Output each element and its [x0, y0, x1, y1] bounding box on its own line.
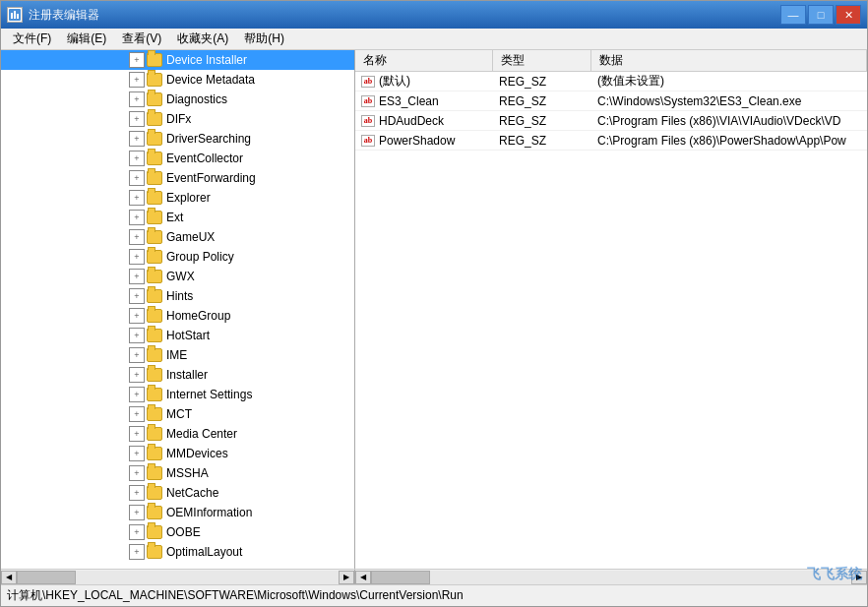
- menu-bar: 文件(F)编辑(E)查看(V)收藏夹(A)帮助(H): [1, 29, 867, 50]
- tree-horizontal-scroll[interactable]: ◀ ▶: [1, 570, 355, 584]
- expand-icon[interactable]: +: [129, 446, 145, 461]
- expand-icon[interactable]: +: [129, 367, 145, 383]
- col-type[interactable]: 类型: [493, 50, 591, 71]
- tree-item-label: DriverSearching: [166, 132, 251, 146]
- tree-item[interactable]: +MCT: [1, 404, 354, 424]
- table-row[interactable]: abHDAudDeckREG_SZC:\Program Files (x86)\…: [355, 111, 867, 131]
- menu-item-编辑E[interactable]: 编辑(E): [59, 29, 114, 49]
- expand-icon[interactable]: +: [129, 328, 145, 343]
- tree-item[interactable]: +EventForwarding: [1, 168, 354, 188]
- hscroll-left-thumb[interactable]: [17, 571, 76, 584]
- expand-icon[interactable]: +: [129, 249, 145, 265]
- tree-item[interactable]: +Media Center: [1, 424, 354, 444]
- expand-icon[interactable]: +: [129, 111, 145, 127]
- expand-icon[interactable]: +: [129, 308, 145, 324]
- tree-item[interactable]: +Ext: [1, 208, 354, 227]
- expand-icon[interactable]: +: [129, 91, 145, 107]
- expand-icon[interactable]: +: [129, 505, 145, 520]
- tree-item[interactable]: +Device Metadata: [1, 70, 354, 90]
- tree-item[interactable]: +Explorer: [1, 188, 354, 208]
- expand-icon[interactable]: +: [129, 406, 145, 422]
- hscroll-right-thumb[interactable]: [371, 571, 430, 584]
- tree-item-label: IME: [166, 348, 187, 362]
- expand-icon[interactable]: +: [129, 190, 145, 206]
- expand-icon[interactable]: +: [129, 131, 145, 147]
- tree-item-label: Explorer: [166, 191, 211, 205]
- expand-icon[interactable]: +: [129, 269, 145, 284]
- tree-item[interactable]: +IME: [1, 345, 354, 365]
- expand-icon[interactable]: +: [129, 229, 145, 245]
- hscroll-right-right-btn[interactable]: ▶: [851, 571, 867, 584]
- table-row[interactable]: abPowerShadowREG_SZC:\Program Files (x86…: [355, 131, 867, 151]
- expand-icon[interactable]: +: [129, 170, 145, 186]
- tree-item[interactable]: +Installer: [1, 365, 354, 385]
- table-row[interactable]: ab(默认)REG_SZ(数值未设置): [355, 72, 867, 91]
- expand-icon[interactable]: +: [129, 426, 145, 442]
- tree-item[interactable]: +Internet Settings: [1, 385, 354, 404]
- tree-item[interactable]: +DIFx: [1, 109, 354, 129]
- col-name[interactable]: 名称: [355, 50, 493, 71]
- tree-item[interactable]: +OEMInformation: [1, 503, 354, 522]
- expand-icon[interactable]: +: [129, 72, 145, 88]
- maximize-button[interactable]: □: [808, 5, 834, 25]
- tree-item[interactable]: +HotStart: [1, 326, 354, 345]
- expand-icon[interactable]: +: [129, 151, 145, 166]
- reg-type-icon: ab: [361, 135, 375, 147]
- tree-item[interactable]: +MSSHA: [1, 463, 354, 483]
- app-icon: [7, 7, 23, 23]
- bottom-scrollbars: ◀ ▶ ◀ ▶: [1, 569, 867, 584]
- hscroll-right-track[interactable]: [371, 571, 851, 584]
- expand-icon[interactable]: +: [129, 52, 145, 68]
- folder-icon: [147, 525, 162, 539]
- tree-item[interactable]: +HomeGroup: [1, 306, 354, 326]
- folder-icon: [147, 348, 162, 362]
- tree-item[interactable]: +MMDevices: [1, 444, 354, 463]
- col-data[interactable]: 数据: [591, 50, 867, 71]
- reg-type-icon: ab: [361, 115, 375, 127]
- tree-item-label: Internet Settings: [166, 388, 252, 401]
- cell-type: REG_SZ: [493, 134, 591, 148]
- tree-item-label: DIFx: [166, 112, 191, 126]
- tree-item[interactable]: +OOBE: [1, 522, 354, 542]
- expand-icon[interactable]: +: [129, 465, 145, 481]
- expand-icon[interactable]: +: [129, 485, 145, 501]
- window-title: 注册表编辑器: [29, 7, 780, 24]
- detail-horizontal-scroll[interactable]: ◀ ▶: [355, 570, 867, 584]
- expand-icon[interactable]: +: [129, 524, 145, 540]
- folder-icon: [147, 53, 162, 67]
- close-button[interactable]: ✕: [836, 5, 861, 25]
- cell-name-text: HDAudDeck: [379, 114, 444, 128]
- folder-icon: [147, 427, 162, 441]
- status-bar: 计算机\HKEY_LOCAL_MACHINE\SOFTWARE\Microsof…: [1, 584, 867, 606]
- hscroll-right-btn[interactable]: ◀: [355, 571, 371, 584]
- tree-item[interactable]: +Diagnostics: [1, 90, 354, 109]
- expand-icon[interactable]: +: [129, 288, 145, 304]
- expand-icon[interactable]: +: [129, 347, 145, 363]
- table-row[interactable]: abES3_CleanREG_SZC:\Windows\System32\ES3…: [355, 91, 867, 111]
- tree-item[interactable]: +Device Installer: [1, 50, 354, 70]
- tree-item[interactable]: +EventCollector: [1, 149, 354, 168]
- cell-data: (数值未设置): [591, 73, 867, 90]
- menu-item-文件F[interactable]: 文件(F): [5, 29, 59, 49]
- minimize-button[interactable]: —: [780, 5, 806, 25]
- folder-icon: [147, 289, 162, 303]
- tree-scroll-area[interactable]: +Device Installer+Device Metadata+Diagno…: [1, 50, 354, 569]
- tree-item[interactable]: +NetCache: [1, 483, 354, 503]
- tree-item[interactable]: +DriverSearching: [1, 129, 354, 149]
- menu-item-收藏夹A[interactable]: 收藏夹(A): [169, 29, 236, 49]
- expand-icon[interactable]: +: [129, 544, 145, 560]
- expand-icon[interactable]: +: [129, 387, 145, 402]
- tree-item[interactable]: +Hints: [1, 286, 354, 306]
- tree-item[interactable]: +Group Policy: [1, 247, 354, 267]
- tree-item[interactable]: +GameUX: [1, 227, 354, 247]
- cell-name: abHDAudDeck: [355, 114, 493, 128]
- hscroll-left-track[interactable]: [17, 571, 339, 584]
- hscroll-left-btn[interactable]: ◀: [1, 571, 17, 584]
- tree-item[interactable]: +GWX: [1, 267, 354, 286]
- hscroll-left-right-btn[interactable]: ▶: [339, 571, 354, 584]
- cell-type: REG_SZ: [493, 75, 591, 89]
- menu-item-帮助H[interactable]: 帮助(H): [236, 29, 292, 49]
- menu-item-查看V[interactable]: 查看(V): [114, 29, 169, 49]
- expand-icon[interactable]: +: [129, 210, 145, 225]
- tree-item[interactable]: +OptimalLayout: [1, 542, 354, 562]
